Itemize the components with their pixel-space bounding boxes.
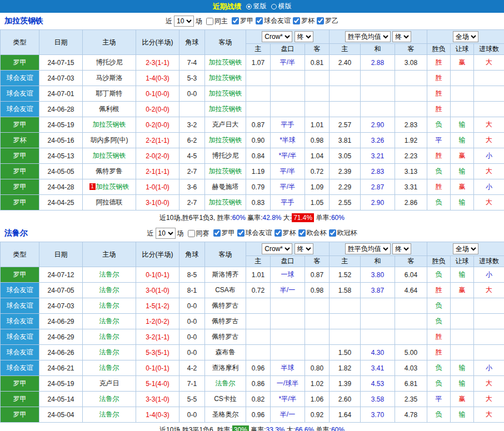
summary-badge: 30%	[232, 425, 249, 431]
scope-header: 全场	[427, 30, 504, 44]
cell-score: 5-1(4-0)	[136, 376, 179, 392]
odds-company-select[interactable]: Crow*	[262, 31, 292, 42]
cell-handicap-away-odds: 1.02	[305, 376, 330, 392]
scope-select[interactable]: 全场	[453, 31, 478, 42]
league-filter[interactable]: 罗甲	[211, 228, 235, 238]
cell-avg-away: 4.78	[395, 407, 427, 423]
cell-score: 1-4(0-3)	[136, 407, 179, 423]
odds-company-select[interactable]: Crow*	[262, 243, 292, 254]
cell-avg-home: 2.39	[330, 164, 361, 179]
cell-avg-draw: 2.87	[361, 179, 395, 195]
radio-horizontal-label: 横版	[278, 2, 292, 11]
cell-avg-draw: 2.90	[361, 117, 395, 133]
league-checkbox[interactable]	[329, 229, 336, 237]
col-type: 类型	[1, 242, 39, 267]
league-checkbox[interactable]	[237, 229, 244, 237]
cell-date: 24-05-05	[39, 164, 83, 179]
col-avg-home: 主	[330, 44, 361, 55]
league-checkbox[interactable]	[298, 229, 306, 237]
league-checkbox[interactable]	[232, 17, 239, 24]
cell-handicap-home-odds	[246, 314, 271, 329]
cell-handicap-result	[451, 298, 474, 314]
same-venue-label: 同主	[214, 17, 228, 26]
cell-home-team: 佩特罗鲁	[83, 164, 136, 179]
top-header-bar: 近期战绩 竖版 横版	[0, 0, 504, 13]
league-checkbox[interactable]	[256, 17, 263, 24]
avg-time-select[interactable]: 终	[392, 243, 411, 254]
cell-handicap-away-odds: 0.72	[305, 164, 330, 179]
cell-handicap	[271, 86, 305, 102]
cell-goals-result: 大	[474, 376, 504, 392]
cell-avg-draw: 2.83	[361, 164, 395, 179]
cell-score: 2-1(1-1)	[136, 164, 179, 179]
cell-away-team: 森布鲁	[205, 345, 246, 360]
scope-header: 全场	[427, 242, 504, 256]
cell-date: 24-06-21	[39, 360, 83, 376]
league-filter[interactable]: 球会友谊	[253, 16, 291, 26]
cell-avg-home: 2.57	[330, 117, 361, 133]
match-count-select[interactable]: 10	[174, 16, 194, 27]
cell-corner: 6-2	[179, 133, 205, 148]
layout-radio-horizontal[interactable]: 横版	[271, 2, 292, 11]
cell-goals-result: 大	[474, 117, 504, 133]
cell-avg-draw: 3.26	[361, 133, 395, 148]
summary-text: 33.3%	[266, 426, 285, 431]
league-filter[interactable]: 罗杯	[291, 16, 315, 26]
cell-date: 24-05-14	[39, 392, 83, 407]
odds-time-select[interactable]: 终	[295, 243, 313, 254]
cell-date: 24-06-29	[39, 314, 83, 329]
cell-avg-home	[330, 102, 361, 117]
cell-handicap-result: 输	[451, 376, 474, 392]
league-checkbox[interactable]	[275, 229, 282, 237]
cell-handicap: 平/半	[271, 55, 305, 71]
cell-date: 24-06-29	[39, 329, 83, 345]
cell-avg-home: 1.39	[330, 376, 361, 392]
league-filter[interactable]: 罗甲	[229, 16, 253, 26]
league-filters: 罗甲球会友谊罗杯欧会杯欧冠杯	[211, 228, 357, 238]
cell-date: 24-04-28	[39, 179, 83, 195]
league-filter[interactable]: 欧冠杯	[327, 228, 357, 238]
league-filter[interactable]: 罗乙	[315, 16, 338, 26]
cell-away-team: 佩特罗古	[205, 314, 246, 329]
col-result: 胜负	[427, 256, 451, 267]
radio-selected-icon[interactable]	[246, 4, 252, 9]
layout-radio-vertical[interactable]: 竖版	[246, 2, 267, 11]
cell-handicap-result: 赢	[451, 55, 474, 71]
cell-avg-draw	[361, 314, 395, 329]
cell-handicap	[271, 329, 305, 345]
cell-handicap-result: 输	[451, 195, 474, 211]
cell-handicap: 平手	[271, 195, 305, 211]
section-header: 法鲁尔 近 10 场 同赛 罗甲球会友谊罗杯欧会杯欧冠杯	[0, 225, 504, 242]
match-row: 罗甲24-05-04法鲁尔1-4(0-3)0-0圣格奥尔0.96半/一0.921…	[1, 407, 504, 423]
same-venue-checkbox[interactable]	[206, 18, 213, 25]
league-filter[interactable]: 球会友谊	[235, 228, 272, 238]
cell-league: 罗杯	[1, 133, 39, 148]
cell-avg-away: 2.23	[395, 148, 427, 164]
match-count-select[interactable]: 10	[156, 228, 176, 239]
league-filter[interactable]: 罗杯	[272, 228, 296, 238]
cell-avg-home: 2.40	[330, 55, 361, 71]
radio-unselected-icon[interactable]	[271, 4, 277, 9]
cell-score: 2-2(1-1)	[136, 133, 179, 148]
same-venue-filter[interactable]: 同主	[204, 17, 228, 26]
league-checkbox[interactable]	[317, 17, 324, 24]
cell-goals-result: 大	[474, 133, 504, 148]
odds-time-select[interactable]: 终	[295, 31, 313, 42]
match-row: 球会友谊24-07-03法鲁尔1-5(1-2)0-0佩特罗古负	[1, 298, 504, 314]
scope-select[interactable]: 全场	[453, 243, 478, 254]
cell-score: 0-2(0-0)	[136, 117, 179, 133]
cell-corner: 0-0	[179, 314, 205, 329]
avg-odds-select[interactable]: 胜平负均值	[345, 31, 391, 42]
cell-handicap	[271, 298, 305, 314]
near-label: 近	[166, 17, 172, 26]
cell-handicap-result: 输	[451, 267, 474, 283]
league-checkbox[interactable]	[293, 17, 300, 24]
cell-away-team: 克卢日大	[205, 117, 246, 133]
same-competition-checkbox[interactable]	[188, 230, 195, 237]
avg-time-select[interactable]: 终	[392, 31, 411, 42]
league-checkbox[interactable]	[213, 229, 221, 237]
avg-odds-select[interactable]: 胜平负均值	[345, 243, 391, 254]
same-competition-filter[interactable]: 同赛	[186, 229, 209, 238]
league-filter[interactable]: 欧会杯	[296, 228, 327, 238]
cell-goals-result	[474, 345, 504, 360]
